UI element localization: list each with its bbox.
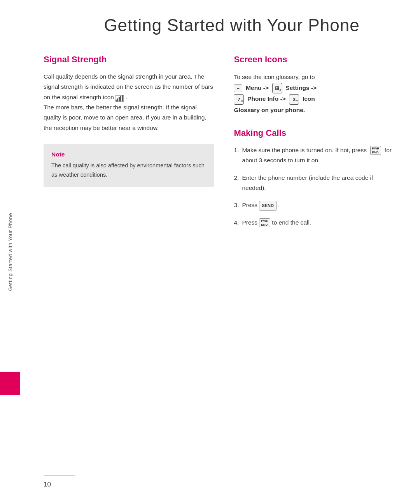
phone-info-icon: 7 C xyxy=(234,94,244,105)
signal-strength-heading: Signal Strength xyxy=(44,54,214,65)
footer-divider xyxy=(44,476,75,476)
svg-rect-3 xyxy=(120,96,121,102)
svg-rect-2 xyxy=(119,97,120,102)
right-column: Screen Icons To see the icon glossary, g… xyxy=(234,54,397,235)
svg-rect-1 xyxy=(117,98,118,102)
note-text: The call quality is also affected by env… xyxy=(51,161,206,180)
send-key: SEND xyxy=(259,201,276,211)
page-title: Getting Started with Your Phone xyxy=(44,16,420,35)
sidebar-label: Getting Started with Your Phone xyxy=(7,213,13,291)
note-label: Note xyxy=(51,151,206,158)
making-calls-heading: Making Calls xyxy=(234,128,397,138)
pwr-end-key-1: PWREND xyxy=(370,146,382,155)
sidebar-accent xyxy=(0,372,20,395)
list-item: 2. Enter the phone number (include the a… xyxy=(234,173,397,193)
main-content: Getting Started with Your Phone Signal S… xyxy=(20,0,420,258)
making-calls-list: 1. Make sure the phone is turned on. If … xyxy=(234,145,397,228)
menu-key: – xyxy=(234,84,242,92)
list-item: 1. Make sure the phone is turned on. If … xyxy=(234,145,397,166)
phone-info-label: Phone Info -> xyxy=(247,95,286,102)
pwr-end-key-2: PWREND xyxy=(259,218,270,227)
sidebar: Getting Started with Your Phone xyxy=(0,0,20,504)
settings-icon: ⊞ J xyxy=(272,83,282,93)
left-column: Signal Strength Call quality depends on … xyxy=(44,54,214,235)
list-item: 4. Press PWREND to end the call. xyxy=(234,218,397,228)
page-footer: 10 xyxy=(20,476,420,489)
screen-icons-heading: Screen Icons xyxy=(234,54,397,65)
signal-icon xyxy=(116,95,124,101)
list-item: 3. Press SEND . xyxy=(234,200,397,210)
columns-layout: Signal Strength Call quality depends on … xyxy=(44,54,397,235)
signal-strength-body: Call quality depends on the signal stren… xyxy=(44,72,214,133)
note-box: Note The call quality is also affected b… xyxy=(44,144,214,187)
icon-key-icon: 3 Y xyxy=(289,94,299,105)
page-number: 10 xyxy=(44,481,51,488)
screen-icons-body: To see the icon glossary, go to – Menu -… xyxy=(234,72,397,116)
svg-rect-4 xyxy=(122,95,123,102)
